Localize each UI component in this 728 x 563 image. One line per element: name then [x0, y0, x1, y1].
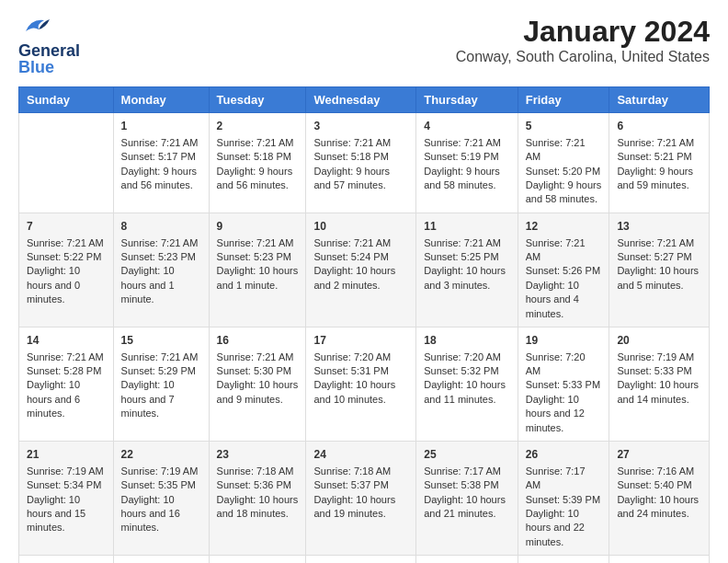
calendar-week-row: 1Sunrise: 7:21 AMSunset: 5:17 PMDaylight…	[19, 113, 710, 213]
date-number: 21	[27, 447, 106, 463]
daylight-text: Daylight: 10 hours and 10 minutes.	[313, 379, 395, 404]
daylight-text: Daylight: 10 hours and 3 minutes.	[424, 265, 506, 290]
date-number: 25	[424, 447, 509, 463]
daylight-text: Daylight: 9 hours and 57 minutes.	[313, 166, 390, 190]
daylight-text: Daylight: 10 hours and 4 minutes.	[526, 280, 579, 319]
calendar-cell: 20Sunrise: 7:19 AMSunset: 5:33 PMDayligh…	[609, 327, 710, 441]
page-subtitle: Conway, South Carolina, United States	[456, 49, 710, 65]
calendar-cell: 28Sunrise: 7:16 AMSunset: 5:41 PMDayligh…	[19, 556, 114, 563]
date-number: 5	[526, 119, 602, 134]
date-number: 2	[217, 119, 299, 134]
sunrise-text: Sunrise: 7:21 AM	[121, 137, 199, 148]
sunrise-text: Sunrise: 7:21 AM	[526, 137, 586, 162]
sunrise-text: Sunrise: 7:16 AM	[617, 465, 694, 477]
calendar-cell	[518, 556, 609, 563]
logo-blue: Blue	[18, 58, 54, 76]
sunset-text: Sunset: 5:40 PM	[617, 479, 691, 490]
sunset-text: Sunset: 5:21 PM	[617, 151, 691, 162]
calendar-cell: 6Sunrise: 7:21 AMSunset: 5:21 PMDaylight…	[609, 113, 710, 213]
calendar-cell: 7Sunrise: 7:21 AMSunset: 5:22 PMDaylight…	[19, 213, 114, 327]
date-number: 8	[121, 219, 201, 235]
sunrise-text: Sunrise: 7:21 AM	[27, 351, 104, 362]
sunset-text: Sunset: 5:33 PM	[617, 365, 691, 376]
sunrise-text: Sunrise: 7:21 AM	[313, 137, 391, 148]
date-number: 18	[424, 333, 509, 349]
calendar-week-row: 21Sunrise: 7:19 AMSunset: 5:34 PMDayligh…	[19, 442, 710, 556]
sunset-text: Sunset: 5:35 PM	[121, 479, 196, 490]
date-number: 12	[526, 219, 602, 235]
daylight-text: Daylight: 9 hours and 58 minutes.	[424, 166, 500, 190]
sunset-text: Sunset: 5:36 PM	[217, 479, 291, 490]
daylight-text: Daylight: 9 hours and 56 minutes.	[217, 166, 293, 190]
calendar-week-row: 7Sunrise: 7:21 AMSunset: 5:22 PMDaylight…	[19, 213, 710, 327]
calendar-cell	[609, 556, 710, 563]
calendar-cell: 21Sunrise: 7:19 AMSunset: 5:34 PMDayligh…	[19, 442, 114, 556]
sunset-text: Sunset: 5:17 PM	[121, 151, 196, 162]
calendar-cell: 1Sunrise: 7:21 AMSunset: 5:17 PMDaylight…	[113, 113, 209, 213]
sunrise-text: Sunrise: 7:21 AM	[424, 237, 501, 248]
sunset-text: Sunset: 5:20 PM	[526, 166, 600, 177]
date-number: 1	[121, 119, 201, 134]
daylight-text: Daylight: 10 hours and 1 minute.	[217, 265, 299, 290]
calendar-cell: 30Sunrise: 7:14 AMSunset: 5:43 PMDayligh…	[209, 556, 306, 563]
sunset-text: Sunset: 5:18 PM	[313, 151, 388, 162]
sunset-text: Sunset: 5:25 PM	[424, 251, 498, 262]
logo-general: General	[18, 41, 80, 60]
date-number: 7	[27, 219, 106, 235]
title-block: January 2024 Conway, South Carolina, Uni…	[456, 15, 710, 65]
sunset-text: Sunset: 5:31 PM	[313, 365, 388, 376]
calendar-header-row: SundayMondayTuesdayWednesdayThursdayFrid…	[19, 87, 710, 113]
calendar-cell: 17Sunrise: 7:20 AMSunset: 5:31 PMDayligh…	[306, 327, 416, 441]
page-header: General Blue January 2024 Conway, South …	[18, 15, 710, 75]
date-number: 23	[217, 447, 299, 463]
calendar-cell	[416, 556, 518, 563]
calendar-cell: 27Sunrise: 7:16 AMSunset: 5:40 PMDayligh…	[609, 442, 710, 556]
sunset-text: Sunset: 5:27 PM	[617, 251, 691, 262]
sunrise-text: Sunrise: 7:18 AM	[313, 465, 391, 477]
logo: General Blue	[18, 15, 80, 75]
sunrise-text: Sunrise: 7:19 AM	[617, 351, 694, 362]
date-number: 9	[217, 219, 299, 235]
sunset-text: Sunset: 5:18 PM	[217, 151, 291, 162]
calendar-week-row: 28Sunrise: 7:16 AMSunset: 5:41 PMDayligh…	[19, 556, 710, 563]
date-number: 16	[217, 333, 299, 349]
sunset-text: Sunset: 5:23 PM	[121, 251, 196, 262]
logo-bird-icon	[18, 15, 51, 42]
sunrise-text: Sunrise: 7:21 AM	[121, 351, 199, 362]
daylight-text: Daylight: 9 hours and 58 minutes.	[526, 179, 602, 204]
sunset-text: Sunset: 5:32 PM	[424, 365, 498, 376]
sunrise-text: Sunrise: 7:21 AM	[217, 351, 294, 362]
sunset-text: Sunset: 5:28 PM	[27, 365, 101, 376]
daylight-text: Daylight: 9 hours and 59 minutes.	[617, 166, 693, 190]
daylight-text: Daylight: 10 hours and 0 minutes.	[27, 265, 80, 304]
header-saturday: Saturday	[609, 87, 710, 113]
calendar-cell: 15Sunrise: 7:21 AMSunset: 5:29 PMDayligh…	[113, 327, 209, 441]
sunrise-text: Sunrise: 7:17 AM	[424, 465, 501, 477]
date-number: 19	[526, 333, 602, 349]
daylight-text: Daylight: 10 hours and 6 minutes.	[27, 379, 80, 419]
calendar-cell: 14Sunrise: 7:21 AMSunset: 5:28 PMDayligh…	[19, 327, 114, 441]
date-number: 24	[313, 447, 408, 463]
date-number: 22	[121, 447, 201, 463]
calendar-cell: 22Sunrise: 7:19 AMSunset: 5:35 PMDayligh…	[113, 442, 209, 556]
sunset-text: Sunset: 5:30 PM	[217, 365, 291, 376]
sunrise-text: Sunrise: 7:19 AM	[27, 465, 104, 477]
date-number: 17	[313, 333, 408, 349]
daylight-text: Daylight: 10 hours and 24 minutes.	[617, 494, 699, 519]
calendar-table: SundayMondayTuesdayWednesdayThursdayFrid…	[18, 86, 710, 563]
calendar-week-row: 14Sunrise: 7:21 AMSunset: 5:28 PMDayligh…	[19, 327, 710, 441]
header-wednesday: Wednesday	[306, 87, 416, 113]
date-number: 11	[424, 219, 509, 235]
date-number: 20	[617, 333, 701, 349]
sunset-text: Sunset: 5:37 PM	[313, 479, 388, 490]
calendar-cell: 25Sunrise: 7:17 AMSunset: 5:38 PMDayligh…	[416, 442, 518, 556]
sunset-text: Sunset: 5:24 PM	[313, 251, 388, 262]
header-monday: Monday	[113, 87, 209, 113]
sunrise-text: Sunrise: 7:21 AM	[424, 137, 501, 148]
date-number: 15	[121, 333, 201, 349]
calendar-cell: 13Sunrise: 7:21 AMSunset: 5:27 PMDayligh…	[609, 213, 710, 327]
daylight-text: Daylight: 9 hours and 56 minutes.	[121, 166, 198, 190]
calendar-cell: 10Sunrise: 7:21 AMSunset: 5:24 PMDayligh…	[306, 213, 416, 327]
daylight-text: Daylight: 10 hours and 11 minutes.	[424, 379, 506, 404]
daylight-text: Daylight: 10 hours and 18 minutes.	[217, 494, 299, 519]
